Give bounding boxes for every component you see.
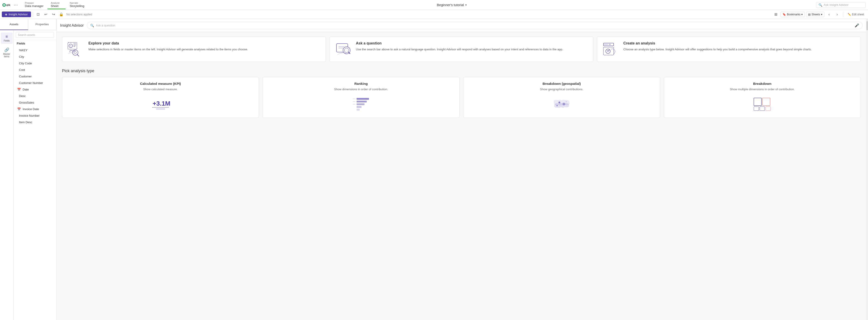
- svg-rect-3: [68, 42, 77, 49]
- nav-tab-prepare-bottom: Data manager: [25, 4, 43, 8]
- field-item[interactable]: Customer: [16, 73, 54, 80]
- bookmarks-button[interactable]: 🔖 Bookmarks ▾: [780, 12, 805, 17]
- search-assets-input[interactable]: [16, 32, 54, 38]
- svg-rect-40: [760, 107, 765, 111]
- intro-card-create[interactable]: Create an analysis Choose an analysis ty…: [597, 37, 861, 62]
- microphone-icon[interactable]: 🎤: [855, 23, 859, 28]
- properties-tab-label: Properties: [35, 23, 49, 26]
- field-item[interactable]: Desc: [16, 93, 54, 99]
- nav-tab-narrate[interactable]: Narrate Storytelling: [66, 1, 87, 9]
- calendar-icon: 📅: [17, 107, 21, 111]
- intro-card-explore[interactable]: Explore your data Make selections in fie…: [62, 37, 326, 62]
- sidebar-tab-properties[interactable]: Properties: [28, 19, 57, 30]
- pencil-icon: ✏️: [848, 13, 851, 16]
- field-item[interactable]: Cost: [16, 67, 54, 73]
- nav-tab-prepare[interactable]: Prepare Data manager: [22, 1, 46, 9]
- edit-sheet-button[interactable]: ✏️ Edit sheet: [845, 12, 866, 17]
- field-name: Invoice Number: [19, 114, 39, 117]
- app-title[interactable]: Beginner's tutorial ▾: [437, 3, 467, 7]
- geospatial-card-title: Breakdown (geospatial): [467, 82, 656, 85]
- analysis-card-geospatial[interactable]: Breakdown (geospatial) Show geographical…: [463, 77, 660, 118]
- edit-sheet-label: Edit sheet: [852, 13, 864, 16]
- main-layout: Assets Properties ≡ Fields 🔗 Master item…: [0, 19, 868, 320]
- analysis-card-kpi[interactable]: Calculated measure (KPI) Show calculated…: [62, 77, 259, 118]
- ask-card-title: Ask a question: [356, 41, 563, 45]
- insight-search-bar[interactable]: 🔍 🎤: [87, 22, 863, 29]
- ask-card-description: Use the search bar above to ask a natura…: [356, 47, 563, 52]
- scrollbar-thumb: [866, 21, 868, 30]
- assets-tab-label: Assets: [9, 23, 18, 26]
- ranking-card-description: Show dimensions in order of contribution…: [266, 87, 456, 92]
- insight-advisor-button[interactable]: ◈ Insight Advisor: [2, 11, 31, 17]
- fields-section: Fields %KEY City City Code: [13, 40, 56, 320]
- svg-rect-39: [754, 107, 759, 111]
- field-item[interactable]: Customer Number: [16, 80, 54, 86]
- nav-tab-analyze[interactable]: Analyze Sheet: [48, 1, 66, 9]
- insight-advisor-label: Insight Advisor: [8, 13, 28, 16]
- ranking-card-title: Ranking: [266, 82, 456, 85]
- ranking-visual: [266, 95, 456, 113]
- field-name: Desc: [19, 94, 26, 98]
- svg-rect-25: [356, 98, 369, 100]
- insight-question-input[interactable]: [96, 24, 853, 27]
- sidebar: Assets Properties ≡ Fields 🔗 Master item…: [0, 19, 57, 320]
- svg-line-11: [77, 55, 79, 56]
- field-name: Item Desc: [19, 120, 32, 124]
- sidebar-tabs: Assets Properties: [0, 19, 56, 30]
- field-item[interactable]: City Code: [16, 60, 54, 67]
- explore-card-icon: [67, 41, 85, 57]
- next-sheet-button[interactable]: ›: [834, 11, 841, 18]
- master-items-icon-label: Master items: [2, 53, 12, 58]
- lock-button[interactable]: 🔒: [58, 11, 65, 18]
- intro-card-ask[interactable]: Ask a question Use the search bar above …: [330, 37, 593, 62]
- fields-icon: ≡: [5, 34, 8, 39]
- app-title-text: Beginner's tutorial: [437, 3, 464, 7]
- field-name: Customer Number: [19, 81, 43, 84]
- sidebar-tab-assets[interactable]: Assets: [0, 19, 28, 30]
- create-card-text: Create an analysis Choose an analysis ty…: [623, 41, 812, 52]
- breakdown-card-title: Breakdown: [668, 82, 857, 85]
- svg-rect-38: [763, 98, 770, 106]
- field-name: City Code: [19, 62, 32, 65]
- svg-point-10: [74, 51, 76, 54]
- scroll-content: Explore your data Make selections in fie…: [57, 32, 866, 320]
- nav-tab-narrate-top: Narrate: [70, 2, 84, 4]
- grid-view-button[interactable]: ⊞: [772, 11, 779, 18]
- sidebar-item-fields[interactable]: ≡ Fields: [1, 33, 13, 44]
- field-item[interactable]: GrossSales: [16, 99, 54, 106]
- field-item[interactable]: Invoice Number: [16, 112, 54, 119]
- forward-button[interactable]: ↪: [50, 11, 57, 18]
- analysis-card-breakdown[interactable]: Breakdown Show multiple dimensions in or…: [664, 77, 861, 118]
- svg-rect-17: [604, 44, 608, 45]
- grid-icon: ⊞: [774, 12, 777, 16]
- svg-rect-7: [73, 45, 76, 45]
- field-name: City: [19, 55, 24, 59]
- svg-point-5: [70, 45, 71, 46]
- more-options-button[interactable]: ⋯: [13, 2, 19, 8]
- content-area: Insight Advisor 🔍 🎤: [57, 19, 866, 320]
- smart-search-button[interactable]: ⊡: [35, 11, 41, 18]
- field-item[interactable]: 📅 Invoice Date: [16, 106, 54, 112]
- explore-card-text: Explore your data Make selections in fie…: [88, 41, 248, 52]
- field-item[interactable]: Item Desc: [16, 119, 54, 126]
- field-name: Invoice Date: [23, 107, 39, 111]
- qlik-logo[interactable]: qlik: [2, 2, 11, 8]
- back-button[interactable]: ↩: [42, 11, 49, 18]
- lock-icon: 🔒: [59, 12, 64, 16]
- prev-sheet-button[interactable]: ‹: [826, 11, 833, 18]
- svg-rect-24: [156, 108, 165, 110]
- field-item[interactable]: %KEY: [16, 47, 54, 54]
- logo-area: qlik ⋯: [2, 2, 19, 8]
- sheets-button[interactable]: ▤ Sheets ▾: [806, 12, 824, 17]
- sidebar-item-master-items[interactable]: 🔗 Master items: [1, 45, 13, 60]
- field-item[interactable]: City: [16, 54, 54, 60]
- toolbar-right: ⊞ 🔖 Bookmarks ▾ ▤ Sheets ▾ ‹ › ✏️ Edit s…: [772, 11, 866, 18]
- chevron-left-icon: ‹: [829, 12, 830, 16]
- field-name: %KEY: [19, 48, 28, 52]
- ask-insight-advisor-search[interactable]: 🔍 Ask Insight Advisor: [816, 2, 866, 8]
- bookmarks-label: Bookmarks: [787, 13, 800, 16]
- kpi-card-title: Calculated measure (KPI): [66, 82, 255, 85]
- insight-panel-title: Insight Advisor: [60, 24, 84, 28]
- field-item[interactable]: 📅 Date: [16, 86, 54, 93]
- analysis-card-ranking[interactable]: Ranking Show dimensions in order of cont…: [262, 77, 459, 118]
